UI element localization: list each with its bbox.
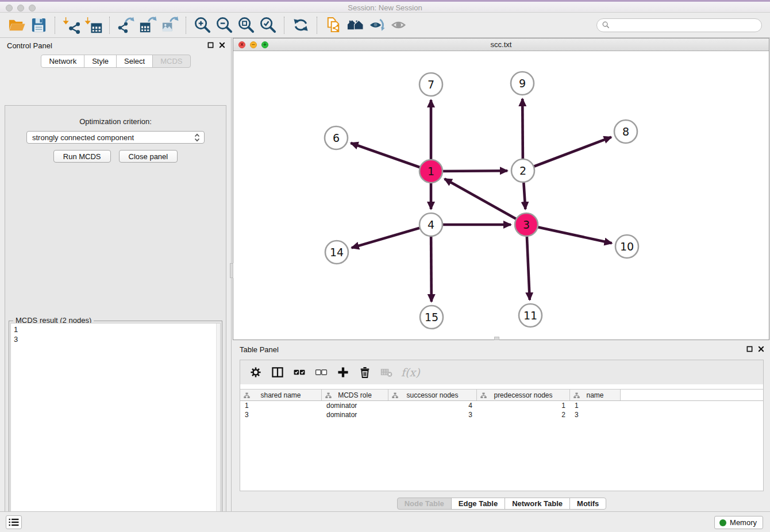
duplicate-network-icon[interactable] [322,15,344,36]
tab-network[interactable]: Network [41,55,84,68]
float-panel-icon[interactable] [207,42,214,48]
column-header-name[interactable]: name [570,390,621,400]
column-header-shared-name[interactable]: shared name [240,390,322,400]
import-network-icon[interactable] [60,15,82,36]
graph-node-8[interactable]: 8 [614,120,637,143]
tab-motifs[interactable]: Motifs [569,498,606,510]
zoom-in-icon[interactable] [191,15,213,36]
graph-node-11[interactable]: 11 [519,304,542,327]
graph-node-2[interactable]: 2 [511,159,534,182]
column-header-successor-nodes[interactable]: successor nodes [388,390,477,400]
tab-mcds[interactable]: MCDS [152,55,190,68]
vertical-splitter-handle[interactable] [230,263,233,278]
table-row[interactable]: 1dominator411 [240,401,763,410]
svg-text:9: 9 [519,77,526,90]
table-row[interactable]: 3dominator323 [240,410,763,419]
graph-edge-3-1[interactable] [445,179,526,225]
control-panel-tabs: NetworkStyleSelectMCDS [0,55,231,68]
table-cell[interactable]: 3 [388,410,477,419]
close-panel-icon[interactable] [758,346,764,352]
open-session-icon[interactable] [6,15,28,36]
table-cell[interactable]: 4 [388,401,477,410]
graph-node-3[interactable]: 3 [515,213,538,236]
control-panel-header: Control Panel [0,38,231,53]
close-panel-button[interactable]: Close panel [119,150,178,163]
graph-node-9[interactable]: 9 [511,72,534,95]
horizontal-splitter-handle[interactable] [494,337,499,340]
show-all-icon[interactable] [388,15,410,36]
tab-node-table[interactable]: Node Table [397,498,452,510]
table-cell[interactable]: 3 [570,410,621,419]
graph-edge-4-14[interactable] [352,225,431,248]
mcds-panel: Optimization criterion: strongly connect… [5,105,226,532]
run-mcds-button[interactable]: Run MCDS [53,150,111,163]
svg-text:14: 14 [330,246,344,259]
table-cell[interactable]: 3 [240,410,322,419]
table-settings-icon[interactable] [246,363,265,381]
table-cell[interactable]: dominator [322,410,388,419]
mcds-result-text[interactable]: 1 3 [10,323,221,532]
graph-node-6[interactable]: 6 [325,126,348,149]
deselect-all-icon[interactable] [311,363,331,381]
hide-selected-icon[interactable] [366,15,388,36]
function-builder-icon: f(x) [399,366,422,379]
column-header-label: predecessor nodes [494,391,552,399]
task-history-button[interactable] [6,515,22,529]
graph-node-15[interactable]: 15 [420,306,443,329]
search-field[interactable] [596,18,762,32]
delete-icon[interactable] [355,363,375,381]
graph-node-4[interactable]: 4 [419,213,442,236]
column-header-label: shared name [260,391,301,399]
graph-edge-2-8[interactable] [523,137,611,171]
optimization-criterion-label: Optimization criterion: [5,117,226,126]
column-header-MCDS-role[interactable]: MCDS role [322,390,388,400]
column-header-predecessor-nodes[interactable]: predecessor nodes [477,390,570,400]
network-view-window: × − + scc.txt 7968124314101511 [233,38,769,340]
network-window-titlebar[interactable]: × − + scc.txt [233,38,769,51]
network-graph[interactable]: 7968124314101511 [233,51,769,340]
toolbar-separator [284,17,284,34]
graph-node-14[interactable]: 14 [325,241,348,264]
column-type-icon [325,392,332,400]
close-panel-icon[interactable] [219,42,225,48]
main-toolbar [0,13,770,38]
export-table-icon[interactable] [137,15,159,36]
table-cell[interactable]: 1 [240,401,322,410]
table-cell[interactable]: 2 [477,410,570,419]
graph-node-10[interactable]: 10 [615,235,638,258]
tab-edge-table[interactable]: Edge Table [451,498,505,510]
toolbar-separator [55,17,55,34]
select-all-icon[interactable] [290,363,309,381]
optimization-criterion-select[interactable]: strongly connected component [26,131,205,144]
tab-style[interactable]: Style [84,55,117,68]
table-cell[interactable]: dominator [322,401,388,410]
refresh-view-icon[interactable] [290,15,311,36]
add-icon[interactable] [333,363,353,381]
table-cell[interactable]: 1 [477,401,570,410]
node-table-column-headers: shared nameMCDS rolesuccessor nodesprede… [240,389,763,401]
zoom-selected-icon[interactable] [257,15,279,36]
show-columns-icon[interactable] [268,363,287,381]
result-scrollbar[interactable] [216,323,220,532]
graph-edge-3-10[interactable] [526,225,612,243]
memory-button[interactable]: Memory [714,516,763,529]
export-network-icon[interactable] [115,15,137,36]
export-image-icon[interactable] [159,15,180,36]
graph-node-1[interactable]: 1 [419,160,442,183]
import-table-icon[interactable] [82,15,104,36]
selected-option: strongly connected component [32,133,194,142]
search-input[interactable] [613,21,756,29]
tab-select[interactable]: Select [116,55,153,68]
homes-icon[interactable] [344,15,366,36]
graph-edge-1-6[interactable] [351,143,432,171]
svg-text:2: 2 [519,164,526,177]
tab-network-table[interactable]: Network Table [505,498,570,510]
graph-node-7[interactable]: 7 [419,73,442,96]
mcds-result-group: MCDS result (2 nodes) 1 3 [9,321,222,532]
network-canvas[interactable]: 7968124314101511 [233,51,769,340]
save-session-icon[interactable] [28,15,49,36]
float-panel-icon[interactable] [746,346,753,352]
zoom-fit-icon[interactable] [235,15,257,36]
table-cell[interactable]: 1 [570,401,621,410]
zoom-out-icon[interactable] [213,15,235,36]
